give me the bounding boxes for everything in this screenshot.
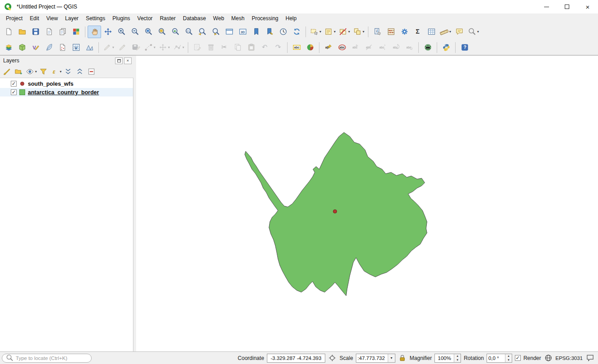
rotation-spinbox[interactable]: ▲▼ [487,354,512,363]
help-button[interactable]: ? [458,41,471,54]
toggle-extents-icon[interactable] [328,354,337,363]
close-panel-button[interactable]: × [124,57,132,64]
magnifier-input[interactable] [435,354,454,362]
select-features-button[interactable]: ▾ [308,26,323,38]
scale-input[interactable] [356,354,388,362]
zoom-to-layer-button[interactable] [168,26,182,38]
rotation-spin-down-icon[interactable]: ▼ [505,358,512,362]
identify-features-button[interactable]: i [371,26,384,38]
menu-item-settings[interactable]: Settings [82,14,109,23]
filter-legend-by-expression-button[interactable]: ε▾ [49,66,62,77]
magnifier-spin-up-icon[interactable]: ▲ [454,354,461,358]
refresh-map-button[interactable] [290,26,303,38]
select-features-by-value-button[interactable]: ▾ [323,26,337,38]
new-spatial-bookmark-button[interactable] [249,26,263,38]
field-calculator-button[interactable] [384,26,398,38]
open-project-button[interactable] [15,26,29,38]
magnifier-spin-down-icon[interactable]: ▼ [454,358,461,362]
statistical-summary-button[interactable]: Σ [411,26,425,38]
highlight-pinned-labels-button[interactable]: ab [322,41,335,54]
layer-labeling-options-button[interactable]: abc [290,41,303,54]
map-tips-button[interactable] [452,26,466,38]
open-attribute-table-button[interactable] [425,26,438,38]
float-panel-icon [117,59,121,62]
new-3d-map-view-button[interactable]: 3D [236,26,249,38]
menu-item-view[interactable]: View [43,14,62,23]
float-panel-button[interactable] [115,57,123,64]
layer-item-antarctica_country_border[interactable]: ✓antarctica_country_border [0,88,133,96]
locate-search-box[interactable] [2,354,92,363]
menu-item-layer[interactable]: Layer [62,14,82,23]
new-project-button[interactable] [2,26,15,38]
menu-item-database[interactable]: Database [179,14,209,23]
zoom-last-button[interactable] [195,26,209,38]
measure-button[interactable]: ▾ [438,26,452,38]
zoom-in-button[interactable] [115,26,128,38]
layer-visibility-checkbox[interactable]: ✓ [11,81,17,87]
zoom-full-extent-button[interactable] [142,26,155,38]
temporal-controller-button[interactable] [276,26,290,38]
new-print-layout-button[interactable] [42,26,56,38]
open-data-source-manager-button[interactable] [2,41,15,54]
new-temporary-scratch-layer-button[interactable] [56,41,69,54]
open-layer-styling-panel-button[interactable] [1,66,13,77]
new-shapefile-layer-button[interactable]: V [29,41,42,54]
label-options-button[interactable]: abc [335,41,349,54]
coordinate-input[interactable] [267,354,325,363]
crs-globe-icon[interactable] [544,354,553,363]
add-group-button[interactable]: + [13,66,24,77]
new-spatialite-layer-button[interactable] [42,41,56,54]
deselect-features-button[interactable]: ▾ [337,26,351,38]
minimize-button[interactable] [536,0,557,13]
menu-item-web[interactable]: Web [209,14,227,23]
menu-item-processing[interactable]: Processing [248,14,282,23]
maximize-button[interactable] [557,0,577,13]
menu-item-raster[interactable]: Raster [156,14,179,23]
collapse-all-button[interactable] [74,66,85,77]
processing-toolbox-button[interactable] [398,26,411,38]
new-virtual-layer-button[interactable]: V [69,41,83,54]
lock-scale-icon[interactable] [398,354,407,363]
menu-item-project[interactable]: Project [2,14,26,23]
new-geopackage-layer-button[interactable] [15,41,29,54]
menu-item-vector[interactable]: Vector [134,14,156,23]
pan-map-button[interactable] [88,26,101,38]
select-all-features-button[interactable]: ▾ [351,26,366,38]
pan-map-to-selection-button[interactable] [101,26,115,38]
scale-combobox[interactable]: ▾ [356,354,395,363]
new-map-view-button[interactable] [222,26,236,38]
menu-item-plugins[interactable]: Plugins [109,14,133,23]
zoom-to-selection-button[interactable] [155,26,168,38]
messages-icon[interactable] [585,354,594,363]
locate-input[interactable] [16,355,89,361]
metasearch-button[interactable] [421,41,434,54]
filter-legend-button[interactable] [38,66,49,77]
remove-layer-button[interactable] [86,66,97,77]
layer-item-south_poles_wfs[interactable]: ✓south_poles_wfs [0,79,133,88]
zoom-next-button[interactable] [209,26,222,38]
zoom-native-resolution-button[interactable]: 1:1 [182,26,195,38]
zoom-out-button[interactable] [128,26,142,38]
search-map-button[interactable]: ▾ [466,26,480,38]
map-canvas[interactable] [136,56,598,351]
style-manager-button[interactable] [69,26,83,38]
layer-visibility-checkbox[interactable]: ✓ [11,89,17,95]
menu-item-edit[interactable]: Edit [26,14,43,23]
render-checkbox[interactable]: ✓ [515,355,521,361]
menu-item-help[interactable]: Help [282,14,301,23]
scale-combo-arrow-icon[interactable]: ▾ [388,354,395,362]
show-spatial-bookmarks-button[interactable] [263,26,276,38]
save-project-button[interactable] [29,26,42,38]
layer-diagram-options-button[interactable] [303,41,317,54]
magnifier-spinbox[interactable]: ▲▼ [434,354,461,363]
show-layout-manager-button[interactable] [56,26,69,38]
rotation-input[interactable] [487,354,505,362]
close-button[interactable]: × [577,0,598,13]
rotation-spin-up-icon[interactable]: ▲ [505,354,512,358]
python-console-button[interactable] [439,41,453,54]
menu-item-mesh[interactable]: Mesh [228,14,248,23]
crs-status[interactable]: EPSG:3031 [555,355,583,361]
manage-map-themes-button[interactable]: ▾ [25,66,37,77]
new-mesh-layer-button[interactable] [83,41,96,54]
expand-all-button[interactable] [62,66,74,77]
